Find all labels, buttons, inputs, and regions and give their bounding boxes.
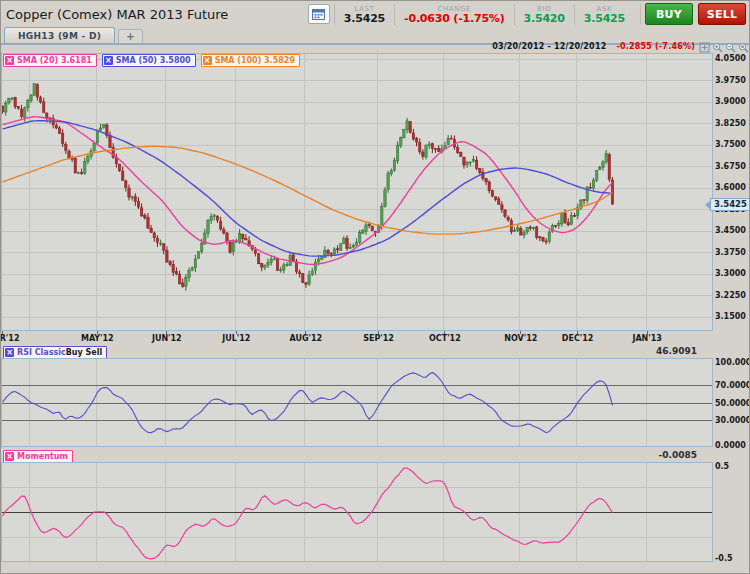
x-axis: MAR'12MAY'12JUN'12JUL'12AUG'12SEP'12OCT'…: [1, 331, 713, 345]
stat-bid-value: 3.5420: [524, 13, 565, 25]
rsi-plot-border: [2, 359, 713, 447]
add-tab-button[interactable]: +: [118, 29, 142, 43]
price-tick-label: 3.8250: [715, 119, 746, 128]
zoom-out-icon[interactable]: [724, 41, 736, 53]
header-bar: Copper (Comex) MAR 2013 Future LAST3.542…: [1, 1, 749, 27]
momentum-tick-label: -0.5: [715, 554, 733, 563]
price-tick-label: 3.2250: [715, 291, 746, 300]
rsi-tick-label: 0.0000: [715, 441, 746, 450]
tab-label: HGH13 (9M - D): [18, 31, 101, 41]
rsi-grid: [1, 358, 713, 447]
rsi-value: 46.9091: [656, 346, 697, 357]
main-plot-border: [2, 54, 713, 331]
month-label: AUG'12: [290, 334, 323, 343]
rsi-tick-label: 50.0000: [715, 399, 750, 408]
fit-chart-icon[interactable]: [698, 41, 710, 53]
range-change: -0.2855 (-7.46%): [616, 42, 695, 51]
momentum-value: -0.0085: [659, 450, 697, 461]
stat-change-value: -0.0630 (-1.75%): [404, 13, 504, 25]
remove-momentum-indicator-icon[interactable]: ×: [5, 452, 14, 461]
stats-divider: [640, 5, 641, 24]
momentum-line: [3, 468, 613, 559]
stat-last-value: 3.5425: [344, 13, 385, 25]
price-tick-label: 3.7500: [715, 140, 746, 149]
trading-app-window: Copper (Comex) MAR 2013 Future LAST3.542…: [0, 0, 750, 574]
stat-change: CHANGE-0.0630 (-1.75%): [394, 4, 513, 25]
stat-ask: ASK3.5425: [574, 4, 634, 25]
sma100-line: [3, 146, 613, 234]
last-price-tag: 3.5425: [710, 198, 750, 211]
quote-stats: LAST3.5425CHANGE-0.0630 (-1.75%)BID3.542…: [334, 4, 634, 25]
price-tick-label: 4.0500: [715, 54, 746, 63]
month-label: JAN'13: [632, 334, 661, 343]
header-quote-area: LAST3.5425CHANGE-0.0630 (-1.75%)BID3.542…: [308, 3, 749, 25]
legend-sma50[interactable]: ×SMA (50) 3.5800: [102, 54, 196, 67]
price-tick-label: 3.4500: [715, 226, 746, 235]
momentum-indicator-label: Momentum: [17, 452, 68, 461]
price-tick-label: 3.1500: [715, 312, 746, 321]
rsi-tick-label: 30.0000: [715, 416, 750, 425]
legend-sma20-label: SMA (20) 3.6181: [17, 56, 92, 65]
remove-rsi-indicator-icon[interactable]: ×: [5, 348, 14, 357]
sell-button[interactable]: SELL: [698, 3, 746, 25]
calendar-icon[interactable]: [308, 4, 330, 24]
price-tick-label: 3.9750: [715, 76, 746, 85]
price-tick-label: 3.6750: [715, 162, 746, 171]
zoom-toolbar: [698, 41, 749, 53]
buy-button[interactable]: BUY: [645, 3, 693, 25]
date-range: 03/20/2012 - 12/20/2012: [492, 42, 606, 51]
main-grid: [1, 53, 713, 331]
chart-range-row: 03/20/2012 - 12/20/2012 -0.2855 (-7.46%): [1, 42, 695, 53]
legend-sma100-label: SMA (100) 3.5829: [215, 56, 295, 65]
legend-sma20[interactable]: ×SMA (20) 3.6181: [3, 54, 97, 67]
remove-legend-sma100-icon[interactable]: ×: [203, 56, 212, 65]
month-label: DEC'12: [562, 334, 594, 343]
price-tick-label: 3.9000: [715, 97, 746, 106]
stat-bid: BID3.5420: [514, 4, 574, 25]
price-tick-label: 3.3000: [715, 269, 746, 278]
stat-last: LAST3.5425: [334, 4, 394, 25]
zoom-reset-icon[interactable]: [737, 41, 749, 53]
month-label: OCT'12: [429, 334, 461, 343]
rsi-tick-label: 100.0000: [715, 358, 750, 367]
candlestick-plot[interactable]: [1, 53, 713, 331]
rsi-line: [3, 373, 613, 433]
tab-hgh13[interactable]: HGH13 (9M - D): [4, 27, 115, 43]
price-tick-label: 3.6000: [715, 183, 746, 192]
price-tick-label: 3.3750: [715, 248, 746, 257]
remove-legend-sma50-icon[interactable]: ×: [104, 56, 113, 65]
indicator-legend: ×SMA (20) 3.6181×SMA (50) 3.5800×SMA (10…: [3, 54, 300, 67]
sma20-line: [3, 117, 613, 265]
month-label: MAY'12: [81, 334, 114, 343]
candlestick-series: [1, 83, 613, 291]
legend-sma50-label: SMA (50) 3.5800: [116, 56, 191, 65]
stat-ask-value: 3.5425: [584, 13, 625, 25]
month-label: JUL'12: [222, 334, 250, 343]
legend-sma100[interactable]: ×SMA (100) 3.5829: [201, 54, 300, 67]
month-label: JUN'12: [152, 334, 182, 343]
month-label: SEP'12: [363, 334, 394, 343]
rsi-plot[interactable]: [1, 358, 713, 447]
chart-region: 03/20/2012 - 12/20/2012 -0.2855 (-7.46%)…: [1, 45, 750, 573]
momentum-tick-label: 0.5: [715, 462, 729, 471]
zoom-in-icon[interactable]: [711, 41, 723, 53]
month-label: MAR'12: [1, 334, 19, 343]
month-label: NOV'12: [504, 334, 537, 343]
remove-legend-sma20-icon[interactable]: ×: [5, 56, 14, 65]
momentum-plot[interactable]: [1, 462, 713, 562]
rsi-indicator-label: Buy Sell: [66, 348, 102, 357]
calendar-glyph: [312, 8, 325, 20]
rsi-tick-label: 70.0000: [715, 381, 750, 390]
rsi-indicator-label: RSI Classic: [17, 348, 66, 357]
instrument-title: Copper (Comex) MAR 2013 Future: [1, 7, 228, 22]
